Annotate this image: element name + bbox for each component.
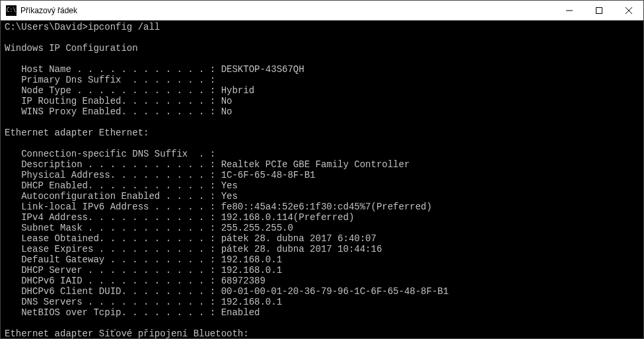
prompt-path: C:\Users\David> [5, 22, 88, 32]
physical-address-row: Physical Address. . . . . . . . . : 1C-6… [5, 170, 315, 180]
lease-obtained-row: Lease Obtained. . . . . . . . . . : páte… [5, 233, 376, 244]
host-name-row: Host Name . . . . . . . . . . . . : DESK… [5, 64, 304, 75]
default-gateway-row: Default Gateway . . . . . . . . . : 192.… [5, 254, 282, 265]
dhcpv6-iaid-row: DHCPv6 IAID . . . . . . . . . . . : 6897… [5, 276, 266, 286]
console-output[interactable]: C:\Users\David>ipconfig /all Windows IP … [1, 20, 643, 338]
node-type-row: Node Type . . . . . . . . . . . . : Hybr… [5, 85, 254, 96]
command-prompt-window: C:\ Příkazový řádek C:\Users\David>ipcon… [0, 0, 644, 339]
dhcp-enabled-row: DHCP Enabled. . . . . . . . . . . : Yes [5, 180, 238, 191]
dhcpv6-duid-row: DHCPv6 Client DUID. . . . . . . . : 00-0… [5, 286, 448, 297]
connection-suffix-row: Connection-specific DNS Suffix . : [5, 149, 215, 159]
autoconfig-row: Autoconfiguration Enabled . . . . : Yes [5, 191, 238, 202]
link-local-ipv6-row: Link-local IPv6 Address . . . . . : fe80… [5, 202, 432, 212]
wins-proxy-row: WINS Proxy Enabled. . . . . . . . : No [5, 106, 232, 117]
primary-dns-suffix-row: Primary Dns Suffix . . . . . . . : [5, 75, 215, 85]
subnet-mask-row: Subnet Mask . . . . . . . . . . . : 255.… [5, 223, 293, 233]
description-row: Description . . . . . . . . . . . : Real… [5, 159, 410, 170]
title-bar: C:\ Příkazový řádek [1, 1, 643, 20]
prompt-command: ipconfig /all [88, 22, 160, 32]
ipv4-address-row: IPv4 Address. . . . . . . . . . . : 192.… [5, 212, 354, 223]
ip-routing-row: IP Routing Enabled. . . . . . . . : No [5, 96, 232, 106]
minimize-button[interactable] [554, 1, 584, 20]
netbios-row: NetBIOS over Tcpip. . . . . . . . : Enab… [5, 307, 260, 318]
window-controls [554, 1, 643, 20]
cmd-icon: C:\ [6, 5, 17, 16]
bluetooth-adapter-header: Ethernet adapter Síťové připojení Blueto… [5, 328, 249, 338]
prompt-line: C:\Users\David>ipconfig /all [5, 22, 160, 32]
lease-expires-row: Lease Expires . . . . . . . . . . : páte… [5, 244, 382, 254]
ip-config-header: Windows IP Configuration [5, 43, 138, 54]
maximize-button[interactable] [584, 1, 614, 20]
ethernet-adapter-header: Ethernet adapter Ethernet: [5, 128, 149, 138]
close-button[interactable] [614, 1, 643, 20]
dns-servers-row: DNS Servers . . . . . . . . . . . : 192.… [5, 297, 282, 307]
window-title: Příkazový řádek [20, 6, 554, 15]
svg-rect-1 [596, 7, 602, 13]
dhcp-server-row: DHCP Server . . . . . . . . . . . : 192.… [5, 265, 282, 276]
